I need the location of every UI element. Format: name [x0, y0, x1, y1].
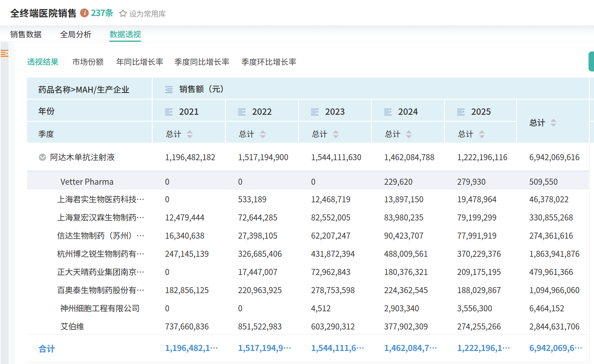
- svg-text:i: i: [84, 9, 86, 17]
